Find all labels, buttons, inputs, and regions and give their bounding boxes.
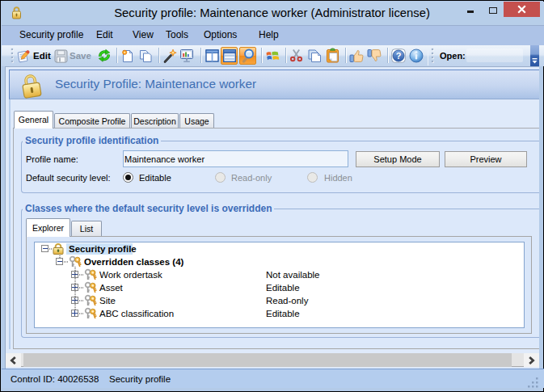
svg-text:?: ? — [396, 51, 402, 61]
